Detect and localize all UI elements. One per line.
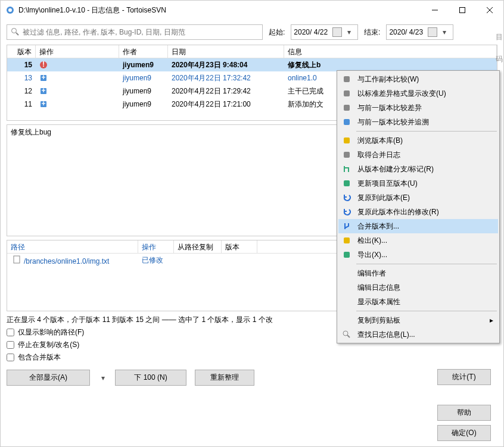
col-revision[interactable]: 版本 (7, 45, 36, 58)
window-controls (421, 1, 503, 20)
check-affected-paths[interactable] (7, 329, 14, 336)
col-date[interactable]: 日期 (168, 45, 284, 58)
svg-text:+: + (41, 87, 45, 95)
chevron-down-icon: ▾ (441, 29, 448, 36)
menu-item-label: 复原到此版本(E) (357, 193, 493, 203)
cell-author: jiyumen9 (119, 86, 168, 96)
menu-item[interactable]: 复原此版本作出的修改(R) (338, 205, 498, 219)
menu-item-label: 与前一版本比较并追溯 (357, 117, 493, 127)
revert-icon (341, 192, 353, 204)
statistics-button[interactable]: 统计(T) (437, 369, 491, 385)
menu-item[interactable]: 与前一版本比较并追溯 (338, 115, 498, 129)
log-row[interactable]: 15!jiyumen92020年4月23日 9:48:04修复线上b (7, 58, 497, 71)
menu-item[interactable]: 合并版本到... (338, 219, 498, 233)
menu-item[interactable]: 复原到此版本(E) (338, 190, 498, 205)
log-icon (341, 149, 353, 161)
compare-icon (341, 102, 353, 114)
blame-icon (341, 116, 353, 128)
menu-item-label: 合并版本到... (357, 221, 493, 232)
menu-item[interactable]: 复制到剪贴板▸ (338, 313, 498, 327)
close-button[interactable] (476, 1, 503, 20)
cell-date: 2020年4月22日 17:32:42 (168, 72, 284, 85)
cell-revision: 13 (7, 73, 36, 83)
menu-item-label: 导出(X)... (357, 250, 493, 260)
file-icon (13, 255, 21, 264)
date-from-picker[interactable]: 2020/ 4/22 ▾ (291, 24, 358, 40)
menu-item[interactable]: 与前一版本比较差异 (338, 101, 498, 115)
window-title: D:\lmy\online1.0-v.10 - 日志信息 - TortoiseS… (18, 5, 421, 15)
menu-separator (356, 131, 497, 132)
ok-button[interactable]: 确定(O) (437, 425, 491, 441)
menu-item[interactable]: 编辑日志信息 (338, 280, 498, 295)
check-include-merged-label: 包含合并版本 (18, 352, 61, 362)
menu-item-label: 查找日志信息(L)... (357, 330, 493, 340)
col-author[interactable]: 作者 (119, 45, 168, 58)
action-icon: + (39, 87, 48, 95)
blank-icon (341, 314, 353, 326)
check-include-merged[interactable] (7, 354, 14, 361)
menu-item-label: 更新项目至版本(U) (357, 179, 493, 189)
cell-action: ! (36, 60, 119, 71)
menu-item[interactable]: 取得合并日志 (338, 148, 498, 162)
show-all-button[interactable]: 全部显示(A) (7, 370, 90, 386)
filter-input-box[interactable] (7, 24, 263, 40)
check-stop-on-copy[interactable] (7, 341, 14, 349)
col-copyfrom[interactable]: 从路径复制 (174, 240, 222, 253)
col-action[interactable]: 操作 (36, 45, 119, 58)
cell-path-action: 已修改 (138, 254, 174, 267)
menu-item[interactable]: 以标准差异格式显示改变(U) (338, 86, 498, 101)
merge-icon (341, 220, 353, 232)
cell-action: + (36, 99, 119, 110)
cell-date: 2020年4月23日 9:48:04 (168, 59, 284, 71)
log-table-header: 版本 操作 作者 日期 信息 (7, 45, 497, 58)
menu-item-label: 显示版本属性 (357, 297, 493, 307)
maximize-button[interactable] (449, 1, 476, 20)
menu-item[interactable]: 从版本创建分支/标记(R) (338, 162, 498, 176)
menu-item[interactable]: 与工作副本比较(W) (338, 72, 498, 86)
col-message[interactable]: 信息 (284, 45, 497, 58)
search-icon (11, 27, 20, 37)
menu-item-label: 与工作副本比较(W) (357, 74, 493, 85)
revert-icon (341, 206, 353, 218)
menu-item[interactable]: 导出(X)... (338, 248, 498, 262)
chevron-down-icon[interactable]: ▾ (99, 374, 107, 382)
svg-rect-17 (344, 76, 350, 82)
col-path-rev[interactable]: 版本 (222, 240, 257, 253)
menu-item[interactable]: 查找日志信息(L)... (338, 327, 498, 342)
cell-date: 2020年4月22日 17:29:42 (168, 85, 284, 98)
cell-date: 2020年4月22日 17:21:00 (168, 98, 284, 111)
menu-item[interactable]: 浏览版本库(B) (338, 133, 498, 148)
svg-rect-22 (344, 152, 350, 158)
refresh-button[interactable]: 重新整理 (195, 370, 254, 386)
filter-bar: 起始: 2020/ 4/22 ▾ 结束: 2020/ 4/23 ▾ (1, 20, 503, 45)
bottom-buttons: 全部显示(A) ▾ 下 100 (N) 重新整理 确定(O) (1, 364, 503, 392)
cell-author: jiyumen9 (119, 99, 168, 110)
calendar-icon (332, 27, 342, 37)
menu-item[interactable]: 显示版本属性 (338, 295, 498, 309)
check-stop-on-copy-label: 停止在复制/改名(S) (18, 340, 79, 350)
minimize-button[interactable] (421, 1, 449, 20)
search-icon (341, 329, 353, 340)
cropped-sidebar: 目 码 (496, 32, 503, 76)
cell-revision: 15 (7, 60, 36, 70)
next-100-button[interactable]: 下 100 (N) (115, 370, 186, 386)
col-path-action[interactable]: 操作 (138, 240, 174, 253)
submenu-arrow-icon: ▸ (490, 316, 493, 324)
cell-revision: 12 (7, 86, 36, 96)
date-to-picker[interactable]: 2020/ 4/23 ▾ (386, 24, 453, 40)
titlebar: D:\lmy\online1.0-v.10 - 日志信息 - TortoiseS… (1, 1, 503, 20)
context-menu: 与工作副本比较(W)以标准差异格式显示改变(U)与前一版本比较差异与前一版本比较… (337, 70, 500, 343)
menu-item[interactable]: 编辑作者 (338, 266, 498, 280)
menu-item-label: 从版本创建分支/标记(R) (357, 164, 493, 174)
svg-point-6 (12, 29, 17, 33)
diff-icon (341, 87, 353, 99)
filter-input[interactable] (23, 28, 259, 36)
branch-icon (341, 163, 353, 175)
menu-item[interactable]: 检出(K)... (338, 233, 498, 248)
menu-item[interactable]: 更新项目至版本(U) (338, 176, 498, 190)
blank-icon (341, 267, 353, 279)
help-button[interactable]: 帮助 (437, 405, 491, 421)
svg-rect-3 (460, 8, 465, 13)
col-path[interactable]: 路径 (7, 240, 138, 253)
cell-revision: 11 (7, 99, 36, 110)
